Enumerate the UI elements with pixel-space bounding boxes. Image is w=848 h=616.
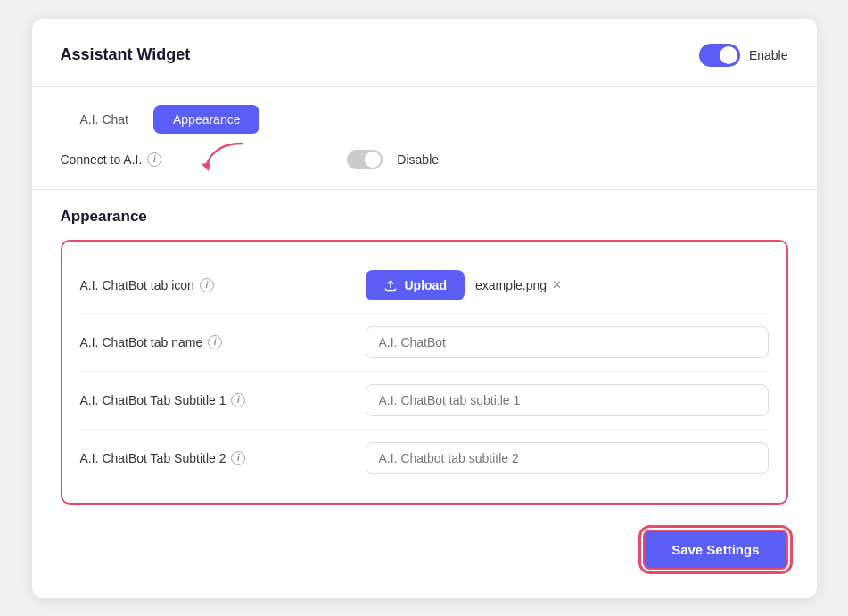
file-info: example.png ✕ bbox=[475, 278, 562, 292]
subtitle-1-label: A.I. ChatBot Tab Subtitle 1 i bbox=[80, 393, 366, 407]
disable-label: Disable bbox=[397, 152, 439, 167]
form-row-subtitle-1: A.I. ChatBot Tab Subtitle 1 i bbox=[80, 372, 769, 430]
tab-bar: A.I. Chat Appearance bbox=[61, 105, 788, 134]
file-close-icon[interactable]: ✕ bbox=[552, 278, 562, 292]
form-row-subtitle-2: A.I. ChatBot Tab Subtitle 2 i bbox=[80, 430, 769, 487]
card-title: Assistant Widget bbox=[61, 45, 191, 64]
subtitle-1-input[interactable] bbox=[366, 384, 769, 416]
tab-name-input[interactable] bbox=[366, 326, 769, 358]
enable-toggle[interactable] bbox=[699, 44, 740, 67]
tab-icon-info-icon[interactable]: i bbox=[200, 278, 214, 292]
tab-name-label: A.I. ChatBot tab name i bbox=[80, 335, 366, 349]
form-row-tab-icon: A.I. ChatBot tab icon i Upload example.p… bbox=[80, 258, 769, 314]
tab-icon-label: A.I. ChatBot tab icon i bbox=[80, 278, 366, 292]
assistant-widget-card: Assistant Widget Enable A.I. Chat Appear… bbox=[32, 19, 817, 598]
subtitle-1-info-icon[interactable]: i bbox=[231, 393, 245, 407]
tab-appearance[interactable]: Appearance bbox=[153, 105, 260, 134]
connect-info-icon[interactable]: i bbox=[147, 152, 161, 167]
save-settings-button[interactable]: Save Settings bbox=[643, 530, 787, 570]
card-header: Assistant Widget Enable bbox=[61, 44, 788, 67]
connect-label: Connect to A.I. i bbox=[61, 152, 162, 167]
tab-name-label-text: A.I. ChatBot tab name bbox=[80, 335, 203, 349]
subtitle-1-label-text: A.I. ChatBot Tab Subtitle 1 bbox=[80, 393, 226, 407]
subtitle-2-control bbox=[366, 442, 769, 474]
section-divider bbox=[32, 189, 817, 190]
header-controls: Enable bbox=[699, 44, 788, 67]
tab-icon-control: Upload example.png ✕ bbox=[366, 270, 769, 300]
tab-icon-label-text: A.I. ChatBot tab icon bbox=[80, 278, 194, 292]
subtitle-2-info-icon[interactable]: i bbox=[231, 451, 245, 465]
connect-ai-row: Connect to A.I. i Disable bbox=[61, 150, 788, 169]
form-row-tab-name: A.I. ChatBot tab name i bbox=[80, 314, 769, 372]
header-divider bbox=[32, 86, 817, 87]
connect-toggle-knob bbox=[365, 152, 381, 168]
tab-name-control bbox=[366, 326, 769, 358]
subtitle-2-input[interactable] bbox=[366, 442, 769, 474]
connect-text: Connect to A.I. bbox=[61, 152, 143, 167]
subtitle-1-control bbox=[366, 384, 769, 416]
subtitle-2-label: A.I. ChatBot Tab Subtitle 2 i bbox=[80, 451, 366, 465]
appearance-box: A.I. ChatBot tab icon i Upload example.p… bbox=[61, 240, 788, 505]
save-row: Save Settings bbox=[61, 530, 788, 570]
arrow-annotation bbox=[193, 139, 255, 175]
appearance-section-title: Appearance bbox=[61, 208, 788, 226]
connect-toggle[interactable] bbox=[347, 150, 383, 169]
upload-label: Upload bbox=[405, 278, 447, 292]
svg-marker-0 bbox=[202, 162, 210, 171]
enable-label: Enable bbox=[749, 48, 788, 62]
toggle-knob bbox=[720, 46, 737, 64]
file-name: example.png bbox=[475, 278, 547, 292]
subtitle-2-label-text: A.I. ChatBot Tab Subtitle 2 bbox=[80, 451, 226, 465]
tab-ai-chat[interactable]: A.I. Chat bbox=[61, 105, 148, 134]
upload-icon bbox=[383, 278, 398, 292]
tab-name-info-icon[interactable]: i bbox=[208, 335, 222, 349]
upload-button[interactable]: Upload bbox=[366, 270, 465, 300]
